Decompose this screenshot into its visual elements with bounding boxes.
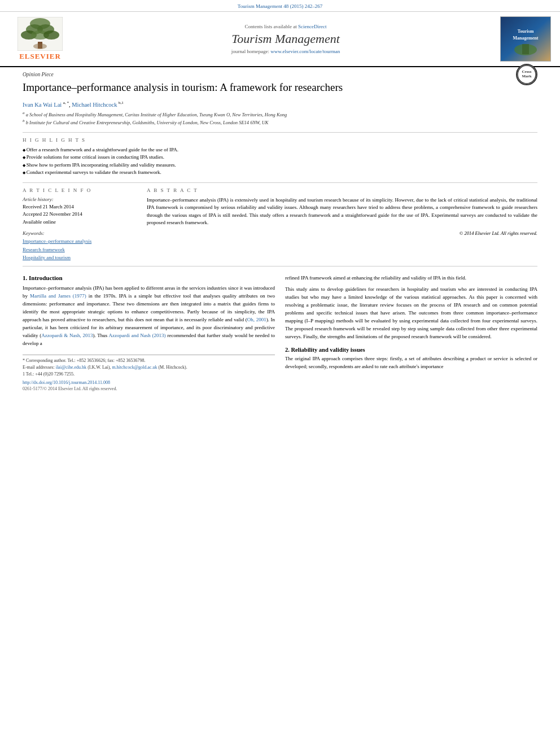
main-content: Opinion Piece Importance–performance ana…	[0, 67, 560, 396]
issn-text: 0261-5177/© 2014 Elsevier Ltd. All right…	[23, 386, 275, 391]
email1-link[interactable]: ilai@cihe.edu.hk	[56, 365, 86, 370]
author2-link[interactable]: Michael Hitchcock	[72, 101, 117, 107]
svg-text:Management: Management	[513, 36, 539, 41]
keyword-3[interactable]: Hospitality and tourism	[23, 254, 135, 261]
footnotes-area: * Corresponding author. Tel.: +852 36536…	[23, 355, 275, 391]
reliability-para: The original IPA approach comprises thre…	[285, 355, 537, 371]
intro-heading: 1. Introduction	[23, 274, 275, 281]
journal-logo-image: Tourism Management	[500, 16, 551, 62]
keyword-2[interactable]: Research framework	[23, 246, 135, 254]
divider-3	[23, 266, 537, 267]
article-dates: Received 21 March 2014 Accepted 22 Novem…	[23, 203, 135, 226]
available-online: Available online	[23, 219, 135, 226]
crossmark-badge: Cross Mark	[516, 64, 537, 85]
homepage-link[interactable]: www.elsevier.com/locate/tourman	[270, 49, 340, 54]
reliability-heading: 2. Reliability and validity issues	[285, 347, 537, 353]
abstract-section: A B S T R A C T Importance–performance a…	[147, 187, 537, 262]
highlights-section: H I G H L I G H T S Offer a research fra…	[23, 137, 537, 177]
abstract-title: A B S T R A C T	[147, 187, 537, 193]
section-tag: Opinion Piece	[23, 72, 537, 77]
science-direct-link: Contents lists available at ScienceDirec…	[71, 24, 500, 29]
highlights-list: Offer a research framework and a straigh…	[23, 146, 537, 177]
svg-point-6	[43, 30, 59, 40]
article-info: A R T I C L E I N F O Article history: R…	[23, 187, 135, 262]
footnote-note1: 1 Tel.: +44 (0)20 7296 7255.	[23, 371, 275, 378]
oh-ref[interactable]: Oh, 2001	[247, 317, 266, 322]
body-left-col: 1. Introduction Importance–performance a…	[23, 274, 275, 391]
email2-link[interactable]: m.hitchcock@gold.ac.uk	[112, 365, 157, 370]
elsevier-text: ELSEVIER	[19, 52, 61, 61]
intro-para-refined: refined IPA framework aimed at enhancing…	[285, 274, 537, 282]
article-info-title: A R T I C L E I N F O	[23, 187, 135, 193]
footnote-emails: E-mail addresses: ilai@cihe.edu.hk (I.K.…	[23, 364, 275, 371]
elsevier-tree-image	[18, 17, 63, 51]
highlight-item-1: Offer a research framework and a straigh…	[23, 146, 537, 154]
highlights-title: H I G H L I G H T S	[23, 137, 537, 143]
paper-title: Importance–performance analysis in touri…	[23, 81, 510, 95]
affiliation-a: a a School of Business and Hospitality M…	[23, 111, 537, 119]
journal-header: ELSEVIER Contents lists available at Sci…	[0, 12, 560, 67]
svg-rect-13	[522, 44, 529, 54]
highlight-item-4: Conduct experimental surveys to validate…	[23, 169, 537, 177]
intro-para-1: Importance–performance analysis (IPA) ha…	[23, 285, 275, 348]
footnote-corresponding: * Corresponding author. Tel.: +852 36536…	[23, 357, 275, 364]
journal-citation: Tourism Management 48 (2015) 242–267	[0, 0, 560, 12]
intro-para-2: This study aims to develop guidelines fo…	[285, 286, 537, 341]
divider-2	[23, 182, 537, 183]
doi-link[interactable]: http://dx.doi.org/10.1016/j.tourman.2014…	[23, 380, 275, 385]
science-direct-anchor[interactable]: ScienceDirect	[298, 24, 326, 29]
author1-link[interactable]: Ivan Ka Wai Lai	[23, 101, 62, 107]
highlight-item-3: Show how to perform IPA incorporating re…	[23, 161, 537, 169]
received-date: Received 21 March 2014	[23, 203, 135, 211]
info-abstract-section: A R T I C L E I N F O Article history: R…	[23, 187, 537, 262]
martilla-ref[interactable]: Martilla and James (1977)	[30, 293, 86, 299]
affiliations: a a School of Business and Hospitality M…	[23, 111, 537, 126]
history-label: Article history:	[23, 196, 135, 202]
keyword-1[interactable]: Importance–performance analysis	[23, 237, 135, 245]
azzopardi-ref2[interactable]: Azzopardi and Nash (2013)	[108, 333, 165, 338]
journal-name: Tourism Management	[71, 32, 500, 46]
authors-line: Ivan Ka Wai Lai a, *, Michael Hitchcock …	[23, 101, 537, 108]
svg-text:Mark: Mark	[522, 74, 531, 78]
highlight-item-2: Provide solutions for some critical issu…	[23, 154, 537, 161]
body-right-col: refined IPA framework aimed at enhancing…	[285, 274, 537, 391]
abstract-text: Importance–performance analysis (IPA) is…	[147, 196, 537, 227]
body-two-col: 1. Introduction Importance–performance a…	[23, 274, 537, 391]
citation-text: Tourism Management 48 (2015) 242–267	[238, 3, 322, 9]
journal-title-center: Contents lists available at ScienceDirec…	[71, 24, 500, 54]
elsevier-logo: ELSEVIER	[9, 17, 71, 61]
svg-point-8	[33, 43, 47, 49]
body-section: 1. Introduction Importance–performance a…	[23, 274, 537, 391]
affiliation-b: b b Institute for Cultural and Creative …	[23, 119, 537, 126]
crossmark-container: Cross Mark	[516, 64, 537, 85]
azzopardi-ref1[interactable]: Azzopardi & Nash, 2013	[41, 333, 93, 338]
keywords-label: Keywords:	[23, 230, 135, 236]
keywords-list: Importance–performance analysis Research…	[23, 237, 135, 261]
journal-homepage: journal homepage: www.elsevier.com/locat…	[71, 49, 500, 54]
accepted-date: Accepted 22 November 2014	[23, 211, 135, 219]
divider-1	[23, 132, 537, 133]
svg-text:Cross: Cross	[522, 69, 532, 74]
abstract-copyright: © 2014 Elsevier Ltd. All rights reserved…	[147, 230, 537, 236]
svg-text:Tourism: Tourism	[518, 29, 534, 34]
